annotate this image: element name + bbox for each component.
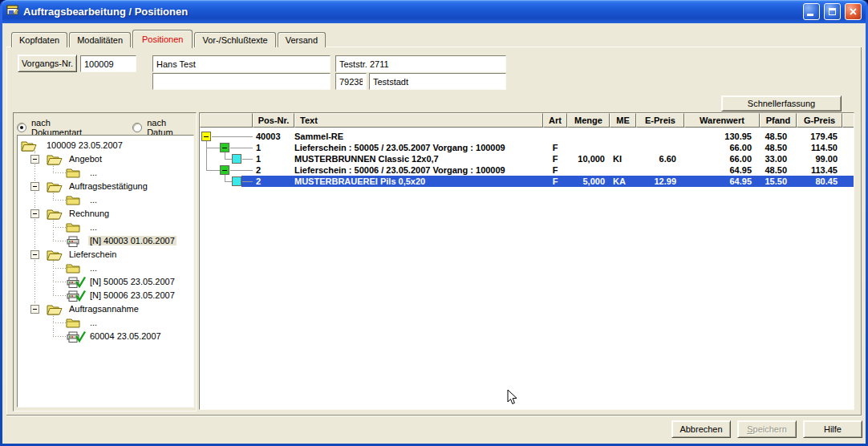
cell-e_preis — [636, 131, 684, 142]
tree-collapse-toggle[interactable] — [30, 250, 39, 259]
closed-folder-icon — [66, 167, 80, 180]
tree-item[interactable]: 100009 23.05.2007 — [18, 139, 193, 152]
tree-item[interactable]: Angebot — [18, 152, 193, 166]
tree-item-label[interactable]: ... — [88, 318, 99, 327]
city-input[interactable] — [369, 73, 506, 90]
tree-item-label[interactable]: [N] 40003 01.06.2007 — [88, 236, 176, 245]
street-input[interactable] — [335, 55, 506, 72]
tree-item-label[interactable]: ... — [88, 263, 99, 273]
tree-item[interactable]: ... — [18, 221, 193, 234]
column-header-text[interactable]: Text — [294, 113, 543, 128]
tree-item-label[interactable]: Auftragsannahme — [67, 304, 140, 314]
tree-item-label[interactable]: ... — [88, 222, 99, 232]
tree-connector — [53, 227, 66, 228]
tree-collapse-toggle[interactable] — [30, 155, 39, 164]
tree-item-label[interactable]: Auftragsbestätigung — [67, 181, 149, 191]
tree-collapse-toggle[interactable] — [30, 305, 39, 314]
column-header-menge[interactable]: Menge — [567, 113, 610, 128]
tab-versand[interactable]: Versand — [278, 32, 326, 47]
tree-item-label[interactable]: ... — [88, 195, 99, 205]
row-tree-cell — [200, 131, 253, 142]
position-row[interactable]: 2Lieferschein : 50006 / 23.05.2007 Vorga… — [200, 164, 854, 176]
tree-collapse-toggle[interactable] — [30, 182, 39, 191]
column-header-pfand[interactable]: Pfand — [760, 113, 797, 128]
tree-item[interactable]: ... — [18, 193, 193, 207]
customer-name2-input[interactable] — [152, 73, 331, 90]
tree-item-label[interactable]: 100009 23.05.2007 — [45, 140, 124, 150]
cell-pos: 2 — [253, 176, 294, 187]
closed-folder-icon — [66, 262, 80, 275]
customer-name-input[interactable] — [152, 55, 331, 72]
node-green-minus-box[interactable] — [220, 165, 229, 175]
vorgangs-nr-button[interactable]: Vorgangs-Nr. — [18, 55, 77, 72]
cell-me — [610, 164, 636, 176]
tree-item-label[interactable]: Lieferschein — [67, 249, 118, 259]
vorgangs-nr-input[interactable] — [80, 55, 136, 72]
tree-item[interactable]: Rechnung — [18, 207, 193, 221]
cell-e_preis — [636, 164, 684, 176]
tree-connector — [53, 200, 66, 201]
tree-item[interactable]: 60004 23.05.2007 — [18, 330, 193, 343]
tree-collapse-toggle[interactable] — [30, 209, 39, 218]
position-row[interactable]: 1MUSTERBRUNNEN Classic 12x0,7F10,000KI6.… — [200, 153, 854, 164]
tree-item[interactable]: Lieferschein — [18, 248, 193, 262]
radio-nach-dokumentart[interactable] — [17, 123, 26, 132]
maximize-icon — [829, 8, 836, 15]
tree-item[interactable]: ... — [18, 262, 193, 275]
column-header-warenwert[interactable]: Warenwert — [684, 113, 760, 128]
tree-item-label[interactable]: Rechnung — [67, 209, 111, 218]
node-yellow-minus-box[interactable] — [201, 132, 211, 141]
close-button[interactable] — [845, 3, 862, 20]
tree-item-label[interactable]: [N] 50006 23.05.2007 — [88, 290, 176, 300]
column-header-me[interactable]: ME — [610, 113, 636, 128]
open-folder-icon — [21, 140, 37, 153]
tree-item[interactable]: ... — [18, 166, 193, 180]
column-header-blank[interactable] — [200, 113, 253, 128]
tree-item[interactable]: [N] 50006 23.05.2007 — [18, 289, 193, 302]
tab-modalit-ten[interactable]: Modalitäten — [69, 32, 131, 47]
schnellerfassung-button[interactable]: Schnellerfassung — [721, 95, 842, 112]
table-header: Pos-Nr.TextArtMengeMEE-PreisWarenwertPfa… — [200, 113, 854, 128]
speichern-button[interactable]: Speichern — [737, 420, 797, 438]
column-header-blank[interactable] — [842, 113, 854, 128]
tab-positionen[interactable]: Positionen — [132, 30, 193, 48]
tree-connector — [53, 282, 66, 282]
tree-item[interactable]: [N] 50005 23.05.2007 — [18, 275, 193, 289]
tree-item-label[interactable]: ... — [88, 168, 99, 177]
column-header-e-preis[interactable]: E-Preis — [636, 113, 684, 128]
abbrechen-button[interactable]: Abbrechen — [671, 420, 731, 438]
tree-item[interactable]: Auftragsannahme — [18, 302, 193, 316]
tree-item-label[interactable]: 60004 23.05.2007 — [88, 331, 163, 341]
cell-me: KI — [610, 153, 636, 164]
position-row[interactable]: 40003Sammel-RE130.9548.50179.45 — [200, 131, 854, 142]
node-cyan-box[interactable] — [232, 176, 241, 186]
zip-input[interactable] — [335, 73, 367, 90]
hilfe-button[interactable]: Hilfe — [803, 420, 862, 438]
maximize-button[interactable] — [824, 3, 841, 20]
tree-item[interactable]: [N] 40003 01.06.2007 — [18, 234, 193, 248]
column-header-pos-nr-[interactable]: Pos-Nr. — [253, 113, 294, 128]
tab-kopfdaten[interactable]: Kopfdaten — [11, 32, 67, 47]
cell-filler — [842, 142, 854, 153]
cell-pos: 1 — [253, 153, 294, 164]
cell-menge — [567, 131, 610, 142]
position-row[interactable]: 1Lieferschein : 50005 / 23.05.2007 Vorga… — [200, 142, 854, 153]
column-header-art[interactable]: Art — [543, 113, 567, 128]
node-cyan-box[interactable] — [232, 154, 241, 164]
tree-item-label[interactable]: Angebot — [67, 154, 103, 164]
tree-connector — [34, 221, 35, 234]
client-area: KopfdatenModalitätenPositionenVor-/Schlu… — [2, 23, 866, 444]
tree-item-label[interactable]: [N] 50005 23.05.2007 — [88, 277, 176, 286]
minimize-button[interactable] — [803, 3, 820, 20]
tree-item[interactable]: Auftragsbestätigung — [18, 180, 193, 193]
row-tree-cell — [200, 142, 253, 153]
tree-item[interactable]: ... — [18, 316, 193, 330]
position-row[interactable]: 2MUSTERBRAUEREI Pils 0,5x20F5,000KA12.99… — [200, 176, 854, 187]
cell-warenwert: 130.95 — [684, 131, 760, 142]
tree-connector — [34, 262, 35, 275]
radio-nach-datum[interactable] — [132, 123, 142, 132]
row-connector — [242, 181, 253, 182]
column-header-g-preis[interactable]: G-Preis — [797, 113, 842, 128]
tab-vor-schlu-texte[interactable]: Vor-/Schlußtexte — [194, 32, 275, 47]
node-green-minus-box[interactable] — [220, 143, 229, 152]
